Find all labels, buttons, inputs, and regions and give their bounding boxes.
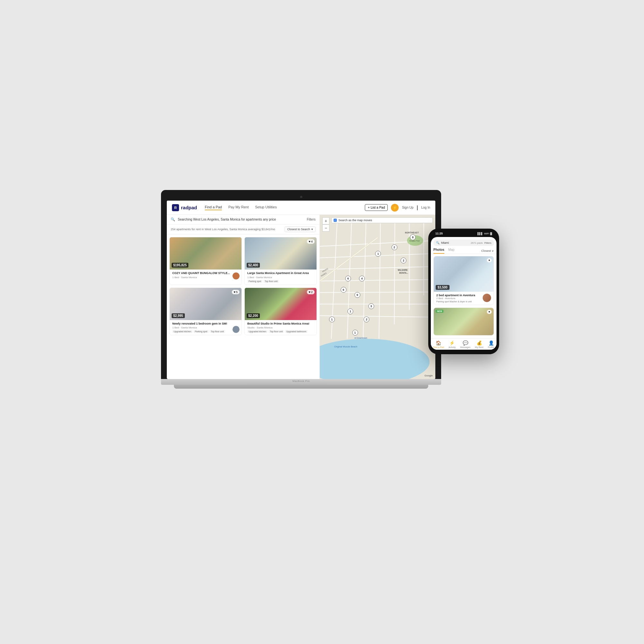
- svg-line-7: [320, 316, 435, 317]
- map-search-label: Search as the map moves: [338, 219, 372, 222]
- signup-button[interactable]: Sign Up: [402, 206, 413, 209]
- results-bar: 254 apartments for rent in West Los Ange…: [167, 224, 319, 234]
- sort-button[interactable]: Closest to Search ▾: [285, 226, 316, 232]
- listing-price: $2,400: [247, 263, 260, 268]
- phone-filters-button[interactable]: Filters: [484, 241, 491, 244]
- listings-panel: 🔍 Searching West Los Angeles, Santa Moni…: [167, 215, 320, 379]
- svg-text:Douglas Park: Douglas Park: [409, 240, 420, 242]
- svg-text:PACIFIC: PACIFIC: [322, 268, 328, 273]
- svg-text:WILSHIRE: WILSHIRE: [398, 269, 408, 271]
- lightning-icon[interactable]: ⚡: [391, 204, 399, 212]
- results-count: 254 apartments for rent in West Los Ange…: [171, 228, 275, 231]
- map-panel: Douglas Park Original Muscle Beach ● Dow…: [320, 215, 435, 379]
- map-pin[interactable]: 9: [355, 292, 360, 298]
- phone-search-icon: 🔍: [436, 241, 440, 244]
- phone-like-button[interactable]: ♥: [487, 258, 492, 262]
- listing-card[interactable]: $2,995 ♥ 5 Newly renovated 1 bedroom gem…: [169, 288, 242, 336]
- logo-icon: R: [172, 204, 179, 211]
- battery-icon: ▓: [490, 232, 492, 235]
- nav-item-find-pad[interactable]: 🏠 Find a Pad: [433, 340, 444, 348]
- phone-like-button-2[interactable]: ♥: [487, 310, 492, 314]
- listing-title: Beautiful Studio in Prime Santa Monica A…: [247, 322, 314, 326]
- list-pad-button[interactable]: + List a Pad: [365, 204, 388, 211]
- search-as-map-moves-checkbox[interactable]: ✓: [334, 219, 337, 222]
- svg-text:NORTHEAST: NORTHEAST: [405, 232, 419, 234]
- listing-price: $2,200: [247, 313, 260, 318]
- separator: |: [417, 205, 418, 211]
- phone-listing-sub: 2 Bed · Aventura: [436, 297, 475, 300]
- signal-icon: ▌▌▌: [478, 232, 483, 235]
- nav-item-activity[interactable]: ⚡ Activity: [449, 340, 456, 348]
- listing-title: COZY AND QUAINT BUNGALOW STYLE...: [172, 271, 239, 275]
- listing-info: Beautiful Studio in Prime Santa Monica A…: [245, 320, 317, 335]
- listing-tag: Parking spot: [194, 330, 209, 333]
- map-pin[interactable]: 6: [341, 287, 346, 293]
- map-pin[interactable]: 6: [345, 276, 351, 281]
- phone-price: $3,500: [436, 285, 450, 290]
- like-button[interactable]: ♥ 2: [307, 290, 315, 294]
- wifi-icon: WiFi: [484, 232, 489, 235]
- google-logo: Google: [424, 374, 433, 377]
- listing-title: Newly renovated 1 bedroom gem in SM!: [172, 322, 239, 326]
- svg-line-16: [320, 238, 378, 281]
- zoom-out-button[interactable]: −: [322, 224, 329, 232]
- my-rent-icon: 💰: [477, 340, 482, 346]
- svg-line-4: [320, 279, 435, 281]
- map-pin[interactable]: 1: [329, 317, 335, 322]
- phone-listing-info: 2 bed apartment in Aventura 2 Bed · Aven…: [434, 292, 494, 305]
- nav-find-pad[interactable]: Find a Pad: [205, 205, 222, 210]
- search-text: Searching West Los Angeles, Santa Monica…: [178, 218, 304, 221]
- nav-label-messages: Messages: [460, 346, 470, 348]
- laptop-screen: R radpad Find a Pad Pay My Rent Setup Ut…: [167, 201, 435, 379]
- listing-tags: Upgraded kitchen Parking spot Top floor …: [172, 330, 239, 333]
- new-badge: NEW: [436, 310, 443, 313]
- svg-line-5: [320, 292, 435, 293]
- nav-pay-rent[interactable]: Pay My Rent: [228, 205, 249, 210]
- listing-tag: Upgraded bathroom: [285, 330, 308, 333]
- map-pin[interactable]: 1: [347, 308, 353, 314]
- phone-search-bar[interactable]: 🔍 Miami 2671 pads Filters: [433, 240, 494, 246]
- listing-card[interactable]: $195,825 COZY AND QUAINT BUNGALOW STYLE.…: [169, 237, 242, 285]
- map-pin[interactable]: 2: [401, 258, 406, 263]
- filters-button[interactable]: Filters: [307, 218, 316, 221]
- login-button[interactable]: Log In: [421, 206, 430, 209]
- phone-status-bar: 11:25 ▌▌▌ WiFi ▓: [431, 232, 497, 235]
- like-button[interactable]: ♥ 5: [232, 290, 240, 294]
- listing-card[interactable]: $2,200 ♥ 2 Beautiful Studio in Prime San…: [244, 288, 317, 336]
- phone-listing-2[interactable]: NEW ♥: [433, 308, 494, 336]
- phone-listing-title: 2 bed apartment in Aventura: [436, 294, 475, 297]
- listing-meta: 1 Bed · Santa Monica: [247, 276, 314, 279]
- laptop-foot: [174, 385, 428, 389]
- search-bar: 🔍 Searching West Los Angeles, Santa Moni…: [167, 215, 319, 224]
- phone-sort-button[interactable]: Closest ∨: [481, 249, 494, 252]
- listing-card[interactable]: $2,400 ♥ 4 Large Santa Monica Apartment …: [244, 237, 317, 285]
- map-pin[interactable]: 4: [359, 276, 365, 281]
- phone: 11:25 ▌▌▌ WiFi ▓ 🔍 Miami 2671 pads Filte…: [428, 229, 499, 354]
- svg-text:Original Muscle Beach: Original Muscle Beach: [334, 346, 357, 348]
- map-pin[interactable]: 1: [352, 330, 358, 336]
- laptop: R radpad Find a Pad Pay My Rent Setup Ut…: [161, 190, 441, 389]
- tab-map[interactable]: Map: [448, 248, 454, 254]
- nav-utilities[interactable]: Setup Utilities: [255, 205, 277, 210]
- zoom-in-button[interactable]: +: [322, 217, 329, 224]
- svg-text:MONTA...: MONTA...: [399, 272, 408, 274]
- map-search-bar: ✓ Search as the map moves: [331, 217, 433, 223]
- phone-listing[interactable]: ♥ $3,500 2 bed apartment in Aventura 2 B…: [433, 256, 494, 305]
- listing-meta: 1 Bed · Santa Monica: [172, 276, 239, 279]
- like-button[interactable]: ♥ 4: [307, 239, 315, 244]
- listing-tag: Top floor unit: [210, 330, 225, 333]
- svg-line-11: [379, 223, 380, 339]
- nav-item-messages[interactable]: 💬 Messages: [460, 340, 470, 348]
- nav-item-my-rent[interactable]: 💰 My Rent: [475, 340, 483, 348]
- map-area: Douglas Park Original Muscle Beach ● Dow…: [320, 215, 435, 379]
- nav-label-find-pad: Find a Pad: [433, 346, 444, 348]
- map-pin[interactable]: 2: [392, 244, 397, 250]
- listing-tags: Upgraded kitchen Top floor unit Upgraded…: [247, 330, 314, 333]
- listing-title: Large Santa Monica Apartment in Great Ar…: [247, 271, 314, 275]
- laptop-camera: [300, 196, 302, 198]
- tab-photos[interactable]: Photos: [433, 248, 444, 254]
- nav-item-profile[interactable]: 👤 Profile: [488, 340, 494, 348]
- listing-meta: Studio · Santa Monica: [247, 326, 314, 329]
- listing-image: $195,825: [170, 237, 241, 270]
- avatar-image: [232, 272, 240, 279]
